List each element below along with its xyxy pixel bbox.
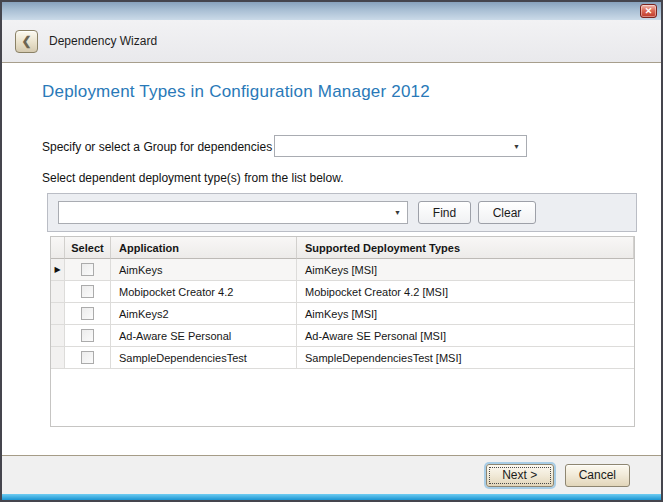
wizard-content: Deployment Types in Configuration Manage… bbox=[2, 63, 661, 455]
table-row[interactable]: SampleDependenciesTest SampleDependencie… bbox=[51, 347, 634, 369]
select-cell bbox=[65, 259, 111, 281]
row-selector[interactable] bbox=[51, 281, 65, 303]
column-header-select[interactable]: Select bbox=[65, 237, 111, 259]
page-title: Deployment Types in Configuration Manage… bbox=[42, 82, 430, 102]
application-cell: Mobipocket Creator 4.2 bbox=[111, 281, 297, 303]
table-row[interactable]: Ad-Aware SE Personal Ad-Aware SE Persona… bbox=[51, 325, 634, 347]
current-row-indicator-icon: ▶ bbox=[54, 265, 60, 274]
chevron-down-icon[interactable]: ▼ bbox=[388, 209, 407, 216]
deployment-types-table: Select Application Supported Deployment … bbox=[50, 236, 635, 427]
row-checkbox[interactable] bbox=[81, 285, 94, 298]
select-cell bbox=[65, 347, 111, 369]
cancel-button[interactable]: Cancel bbox=[565, 464, 630, 487]
group-label: Specify or select a Group for dependenci… bbox=[42, 140, 272, 154]
column-header-application[interactable]: Application bbox=[111, 237, 297, 259]
select-cell bbox=[65, 281, 111, 303]
next-button[interactable]: Next > bbox=[486, 464, 554, 487]
window-bottom-accent bbox=[2, 494, 661, 500]
group-combobox-input[interactable] bbox=[275, 136, 507, 156]
clear-button[interactable]: Clear bbox=[478, 201, 536, 224]
row-selector[interactable] bbox=[51, 303, 65, 325]
table-row[interactable]: Mobipocket Creator 4.2 Mobipocket Creato… bbox=[51, 281, 634, 303]
table-row[interactable]: ▶ AimKeys AimKeys [MSI] bbox=[51, 259, 634, 281]
group-combobox[interactable]: ▼ bbox=[274, 135, 527, 157]
application-cell: AimKeys bbox=[111, 259, 297, 281]
search-panel: ▼ Find Clear bbox=[47, 193, 637, 232]
title-bar: ✕ bbox=[2, 2, 661, 20]
chevron-down-icon[interactable]: ▼ bbox=[507, 143, 526, 150]
application-cell: SampleDependenciesTest bbox=[111, 347, 297, 369]
row-selector[interactable]: ▶ bbox=[51, 259, 65, 281]
table-header-row: Select Application Supported Deployment … bbox=[51, 237, 634, 259]
button-bar: Next > Cancel bbox=[2, 455, 661, 494]
column-header-types[interactable]: Supported Deployment Types bbox=[297, 237, 634, 259]
list-label: Select dependent deployment type(s) from… bbox=[42, 171, 344, 185]
window-title: Dependency Wizard bbox=[49, 34, 157, 48]
row-checkbox[interactable] bbox=[81, 307, 94, 320]
select-cell bbox=[65, 303, 111, 325]
close-icon[interactable]: ✕ bbox=[640, 4, 657, 18]
table-row[interactable]: AimKeys2 AimKeys [MSI] bbox=[51, 303, 634, 325]
row-checkbox[interactable] bbox=[81, 263, 94, 276]
dependency-wizard-window: ✕ ❮ Dependency Wizard Deployment Types i… bbox=[0, 0, 663, 502]
wizard-header: ❮ Dependency Wizard bbox=[2, 20, 661, 63]
types-cell: Ad-Aware SE Personal [MSI] bbox=[297, 325, 634, 347]
row-selector[interactable] bbox=[51, 325, 65, 347]
search-combobox[interactable]: ▼ bbox=[58, 201, 408, 224]
select-cell bbox=[65, 325, 111, 347]
row-header-corner bbox=[51, 237, 65, 259]
row-checkbox[interactable] bbox=[81, 351, 94, 364]
application-cell: AimKeys2 bbox=[111, 303, 297, 325]
back-button[interactable]: ❮ bbox=[15, 30, 38, 53]
types-cell: AimKeys [MSI] bbox=[297, 303, 634, 325]
row-selector[interactable] bbox=[51, 347, 65, 369]
application-cell: Ad-Aware SE Personal bbox=[111, 325, 297, 347]
back-arrow-icon: ❮ bbox=[21, 34, 31, 48]
types-cell: SampleDependenciesTest [MSI] bbox=[297, 347, 634, 369]
search-combobox-input[interactable] bbox=[59, 202, 388, 223]
find-button[interactable]: Find bbox=[418, 201, 471, 224]
types-cell: Mobipocket Creator 4.2 [MSI] bbox=[297, 281, 634, 303]
row-checkbox[interactable] bbox=[81, 329, 94, 342]
types-cell: AimKeys [MSI] bbox=[297, 259, 634, 281]
